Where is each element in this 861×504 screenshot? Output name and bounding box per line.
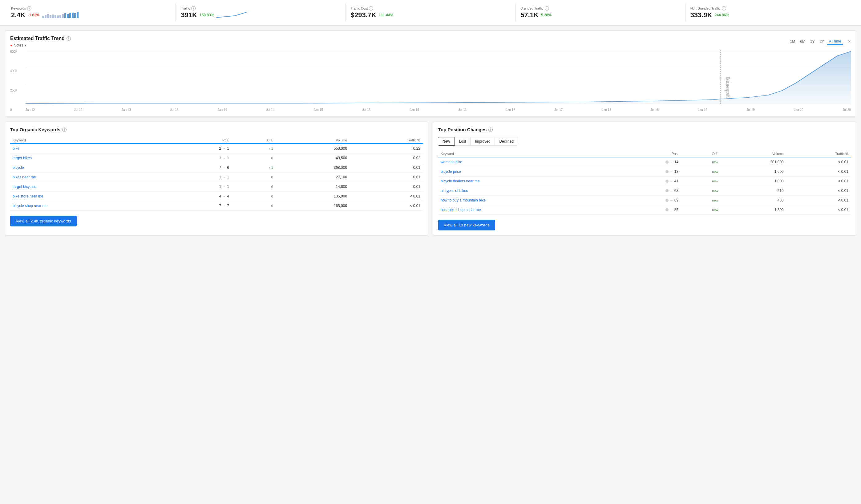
diff-cell: new <box>681 167 721 177</box>
tab-declined[interactable]: Declined <box>494 137 518 146</box>
keyword-link[interactable]: target bikes <box>13 156 32 160</box>
traffic-cell: < 0.01 <box>786 157 851 167</box>
col-traffic: Traffic % <box>350 137 423 144</box>
non-branded-traffic-label: Non-Branded Traffic <box>691 6 721 10</box>
diff-cell: 0 <box>232 153 276 163</box>
keyword-link[interactable]: all types of bikes <box>441 189 468 193</box>
traffic-cell: < 0.01 <box>786 186 851 196</box>
chart-svg-container: Database growth <box>26 50 851 104</box>
pos-cell: → 89 <box>616 196 681 205</box>
keyword-link[interactable]: bike store near me <box>13 194 43 199</box>
keywords-value: 2.4K <box>11 11 25 19</box>
pos-cell: → 13 <box>616 167 681 177</box>
volume-cell: 135,000 <box>276 192 350 201</box>
traffic-label: Traffic <box>181 6 190 10</box>
table-row: all types of bikes → 68 new 210 < 0.01 <box>438 186 851 196</box>
pos-col-traffic: Traffic % <box>786 151 851 157</box>
pos-cell: 7 → 6 <box>171 163 232 173</box>
traffic-sparkline <box>217 11 247 19</box>
volume-cell: 550,000 <box>276 144 350 153</box>
traffic-cell: 0.01 <box>350 182 423 192</box>
time-btn-1m[interactable]: 1M <box>788 39 797 44</box>
traffic-cell: < 0.01 <box>350 192 423 201</box>
view-all-new-keywords-button[interactable]: View all 18 new keywords <box>438 220 495 230</box>
tab-new[interactable]: New <box>438 137 455 146</box>
keyword-cell: bikes near me <box>10 173 171 182</box>
traffic-cost-info-icon[interactable]: i <box>369 6 373 11</box>
main-content: Estimated Traffic Trend i ● Notes ▾ 1M 6… <box>0 26 861 241</box>
traffic-metric: Traffic i 391K 158.83% <box>176 4 345 22</box>
keyword-cell: bike <box>10 144 171 153</box>
position-changes-table: Keyword Pos. Diff. Volume Traffic % wome… <box>438 151 851 215</box>
keywords-metric: Keywords i 2.4K -1.63% <box>6 4 176 22</box>
pos-col-diff: Diff. <box>681 151 721 157</box>
keyword-cell: all types of bikes <box>438 186 616 196</box>
traffic-cell: 0.01 <box>350 163 423 173</box>
keyword-link[interactable]: bicycle price <box>441 169 461 174</box>
keyword-cell: womens bike <box>438 157 616 167</box>
non-branded-traffic-metric: Non-Branded Traffic i 333.9K 244.86% <box>685 4 855 22</box>
keyword-cell: best bike shops near me <box>438 205 616 215</box>
keyword-link[interactable]: how to buy a mountain bike <box>441 198 486 202</box>
pos-col-keyword: Keyword <box>438 151 616 157</box>
non-branded-traffic-info-icon[interactable]: i <box>722 6 726 11</box>
keyword-link[interactable]: target bicycles <box>13 185 36 189</box>
traffic-info-icon[interactable]: i <box>191 6 195 11</box>
col-volume: Volume <box>276 137 350 144</box>
branded-traffic-value: 57.1K <box>520 11 538 19</box>
time-btn-1y[interactable]: 1Y <box>808 39 817 44</box>
keywords-info-icon[interactable]: i <box>27 6 31 11</box>
table-row: bike 2 → 1 ↑ 1 550,000 0.22 <box>10 144 423 153</box>
keyword-cell: target bicycles <box>10 182 171 192</box>
keyword-link[interactable]: bike <box>13 146 19 151</box>
non-branded-traffic-value: 333.9K <box>691 11 712 19</box>
pos-cell: → 14 <box>616 157 681 167</box>
volume-cell: 1,600 <box>721 167 786 177</box>
view-all-organic-button[interactable]: View all 2.4K organic keywords <box>10 216 77 227</box>
keyword-link[interactable]: womens bike <box>441 160 462 164</box>
time-btn-alltime[interactable]: All time <box>827 39 843 45</box>
traffic-cell: 0.01 <box>350 173 423 182</box>
pos-cell: → 85 <box>616 205 681 215</box>
keyword-link[interactable]: bicycle dealers near me <box>441 179 480 183</box>
table-row: bicycle price → 13 new 1,600 < 0.01 <box>438 167 851 177</box>
volume-cell: 210 <box>721 186 786 196</box>
pos-cell: 4 → 4 <box>171 192 232 201</box>
diff-cell: 0 <box>232 201 276 211</box>
notes-button[interactable]: ● Notes ▾ <box>10 43 71 47</box>
volume-cell: 1,300 <box>721 205 786 215</box>
organic-info-icon[interactable]: i <box>62 127 67 132</box>
traffic-cost-value: $293.7K <box>351 11 376 19</box>
time-btn-2y[interactable]: 2Y <box>818 39 826 44</box>
chart-info-icon[interactable]: i <box>67 36 71 41</box>
keyword-link[interactable]: bicycle <box>13 165 24 170</box>
keyword-cell: bicycle <box>10 163 171 173</box>
position-info-icon[interactable]: i <box>488 127 493 132</box>
time-btn-6m[interactable]: 6M <box>798 39 807 44</box>
table-row: target bikes 1 → 1 0 49,500 0.03 <box>10 153 423 163</box>
pos-col-volume: Volume <box>721 151 786 157</box>
keyword-link[interactable]: best bike shops near me <box>441 208 481 212</box>
pos-cell: → 68 <box>616 186 681 196</box>
chart-title: Estimated Traffic Trend i <box>10 36 71 41</box>
traffic-cell: < 0.01 <box>786 177 851 186</box>
branded-traffic-info-icon[interactable]: i <box>545 6 549 11</box>
chart-header: Estimated Traffic Trend i ● Notes ▾ 1M 6… <box>10 36 851 47</box>
tab-improved[interactable]: Improved <box>470 137 495 146</box>
keyword-link[interactable]: bikes near me <box>13 175 36 179</box>
organic-keywords-panel: Top Organic Keywords i Keyword Pos. Diff… <box>5 122 428 236</box>
organic-table-header: Keyword Pos. Diff. Volume Traffic % <box>10 137 423 144</box>
keyword-cell: bike store near me <box>10 192 171 201</box>
keyword-cell: target bikes <box>10 153 171 163</box>
x-axis: Jan 12 Jul 12 Jan 13 Jul 13 Jan 14 Jul 1… <box>26 108 851 111</box>
chart-close-button[interactable]: × <box>848 39 851 44</box>
traffic-cost-change: 111.44% <box>379 13 393 17</box>
time-filters: 1M 6M 1Y 2Y All time <box>788 39 843 45</box>
diff-cell: 0 <box>232 182 276 192</box>
volume-cell: 49,500 <box>276 153 350 163</box>
tab-lost[interactable]: Lost <box>454 137 471 146</box>
position-tab-filters: New Lost Improved Declined <box>438 137 851 146</box>
position-changes-title: Top Position Changes i <box>438 127 851 132</box>
keyword-link[interactable]: bicycle shop near me <box>13 204 47 208</box>
table-row: womens bike → 14 new 201,000 < 0.01 <box>438 157 851 167</box>
